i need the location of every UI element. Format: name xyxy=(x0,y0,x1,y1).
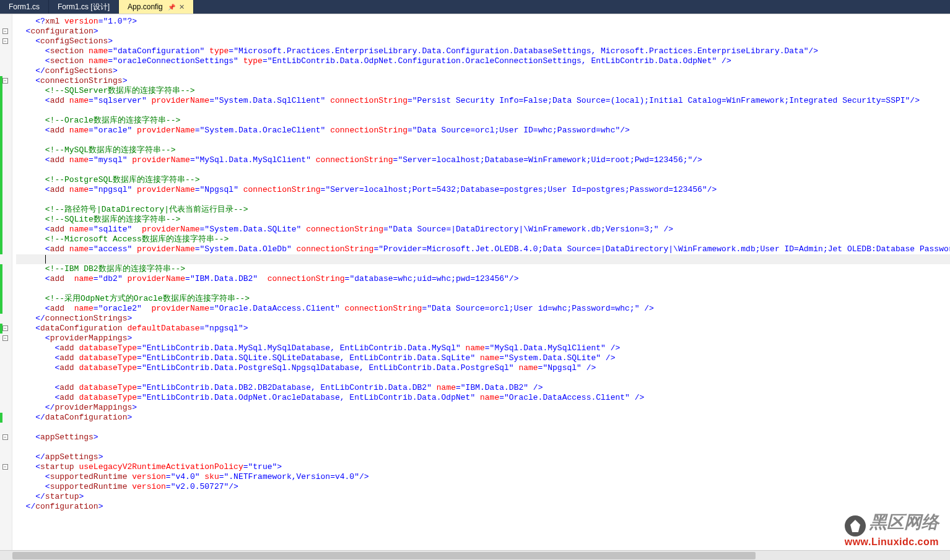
code-line[interactable]: <add name="access" providerName="System.… xyxy=(16,244,950,254)
change-marker xyxy=(0,136,2,145)
code-line[interactable]: <section name="dataConfiguration" type="… xyxy=(16,46,950,56)
code-line[interactable]: </connectionStrings> xyxy=(16,314,950,324)
horizontal-scrollbar[interactable] xyxy=(0,550,950,560)
code-line[interactable]: <section name="oracleConnectionSettings"… xyxy=(16,56,950,66)
change-marker xyxy=(0,274,2,284)
code-line[interactable] xyxy=(16,423,950,433)
code-line[interactable]: <!--Microsoft Access数据库的连接字符串--> xyxy=(16,235,950,244)
code-line[interactable]: <add name="mysql" providerName="MySql.Da… xyxy=(16,155,950,165)
tab-label: App.config xyxy=(128,2,163,11)
change-marker xyxy=(0,86,2,96)
change-marker xyxy=(0,155,2,165)
tab-app-config[interactable]: App.config 📌 ✕ xyxy=(119,0,194,14)
change-marker xyxy=(0,106,2,116)
code-line[interactable]: <add name="db2" providerName="IBM.Data.D… xyxy=(16,274,950,284)
change-marker xyxy=(0,304,2,314)
tab-label: Form1.cs xyxy=(9,2,40,11)
code-line[interactable] xyxy=(16,284,950,294)
code-line[interactable] xyxy=(16,106,950,116)
fold-toggle[interactable]: − xyxy=(2,335,8,341)
code-line[interactable]: <add databaseType="EntLibContrib.Data.DB… xyxy=(16,383,950,393)
code-line[interactable]: <add databaseType="EntLibContrib.Data.Od… xyxy=(16,393,950,403)
code-line[interactable]: <add databaseType="EntLibContrib.Data.Po… xyxy=(16,363,950,373)
code-line[interactable]: <supportedRuntime version="v2.0.50727"/> xyxy=(16,482,950,492)
code-line[interactable] xyxy=(16,165,950,175)
close-icon[interactable]: ✕ xyxy=(179,3,185,11)
change-marker xyxy=(0,284,2,294)
change-marker xyxy=(0,76,2,86)
code-line[interactable]: <connectionStrings> xyxy=(16,76,950,86)
code-line[interactable]: <!--IBM DB2数据库的连接字符串--> xyxy=(16,264,950,274)
change-marker xyxy=(0,413,2,423)
change-marker xyxy=(0,244,2,254)
scrollbar-thumb[interactable] xyxy=(12,552,756,559)
code-line[interactable]: <add name="oracle" providerName="System.… xyxy=(16,126,950,136)
fold-toggle[interactable]: − xyxy=(2,464,8,470)
fold-gutter: −−−−−−− xyxy=(0,14,12,558)
tab-bar: Form1.cs Form1.cs [设计] App.config 📌 ✕ xyxy=(0,0,950,14)
code-line[interactable]: <!--路径符号|DataDirectory|代表当前运行目录--> xyxy=(16,205,950,215)
editor: −−−−−−− <?xml version="1.0"?> <configura… xyxy=(0,14,950,558)
change-marker xyxy=(0,165,2,175)
code-line[interactable]: <!--MySQL数据库的连接字符串--> xyxy=(16,145,950,155)
change-marker xyxy=(0,116,2,126)
change-marker xyxy=(0,145,2,155)
tab-label: Form1.cs [设计] xyxy=(58,2,110,12)
code-line[interactable]: <!--SQLite数据库的连接字符串--> xyxy=(16,215,950,225)
change-marker xyxy=(0,264,2,274)
code-line[interactable] xyxy=(16,254,950,264)
code-line[interactable] xyxy=(16,136,950,145)
code-line[interactable]: <add name="sqlite" providerName="System.… xyxy=(16,225,950,235)
code-line[interactable]: <configSections> xyxy=(16,37,950,46)
code-area[interactable]: <?xml version="1.0"?> <configuration> <c… xyxy=(12,14,950,558)
fold-toggle[interactable]: − xyxy=(2,28,8,34)
code-line[interactable]: <add name="oracle2" providerName="Oracle… xyxy=(16,304,950,314)
change-marker xyxy=(0,205,2,215)
code-line[interactable]: </configSections> xyxy=(16,66,950,76)
fold-toggle[interactable]: − xyxy=(2,434,8,440)
pin-icon[interactable]: 📌 xyxy=(168,4,175,11)
change-marker xyxy=(0,225,2,235)
tab-form1-designer[interactable]: Form1.cs [设计] xyxy=(49,0,119,14)
change-marker xyxy=(0,215,2,225)
code-line[interactable]: </dataConfiguration> xyxy=(16,413,950,423)
code-line[interactable]: <add databaseType="EntLibContrib.Data.SQ… xyxy=(16,353,950,363)
code-line[interactable]: <!--采用OdpNet方式的Oracle数据库的连接字符串--> xyxy=(16,294,950,304)
code-line[interactable]: <supportedRuntime version="v4.0" sku=".N… xyxy=(16,472,950,482)
code-line[interactable]: <?xml version="1.0"?> xyxy=(16,17,950,27)
change-marker xyxy=(0,195,2,205)
change-marker xyxy=(0,235,2,244)
code-line[interactable] xyxy=(16,195,950,205)
change-marker xyxy=(0,96,2,106)
change-marker xyxy=(0,185,2,195)
code-line[interactable]: <add databaseType="EntLibContrib.Data.My… xyxy=(16,343,950,353)
code-line[interactable]: <providerMappings> xyxy=(16,334,950,343)
change-marker xyxy=(0,294,2,304)
fold-toggle[interactable]: − xyxy=(2,38,8,44)
change-marker xyxy=(0,175,2,185)
code-line[interactable]: </appSettings> xyxy=(16,452,950,462)
code-line[interactable]: <add name="sqlserver" providerName="Syst… xyxy=(16,96,950,106)
fold-toggle[interactable]: − xyxy=(2,78,8,84)
code-line[interactable]: <configuration> xyxy=(16,27,950,37)
code-line[interactable]: <appSettings> xyxy=(16,433,950,442)
fold-toggle[interactable]: − xyxy=(2,325,8,331)
code-line[interactable] xyxy=(16,373,950,383)
code-line[interactable]: </providerMappings> xyxy=(16,403,950,413)
code-line[interactable]: <!--SQLServer数据库的连接字符串--> xyxy=(16,86,950,96)
code-line[interactable]: <!--Oracle数据库的连接字符串--> xyxy=(16,116,950,126)
code-line[interactable]: <dataConfiguration defaultDatabase="npgs… xyxy=(16,324,950,334)
code-line[interactable] xyxy=(16,442,950,452)
code-line[interactable]: <startup useLegacyV2RuntimeActivationPol… xyxy=(16,462,950,472)
tab-form1-cs[interactable]: Form1.cs xyxy=(0,0,49,14)
change-marker xyxy=(0,126,2,136)
code-line[interactable]: </startup> xyxy=(16,492,950,502)
code-line[interactable]: <!--PostgreSQL数据库的连接字符串--> xyxy=(16,175,950,185)
code-line[interactable]: </configuration> xyxy=(16,502,950,512)
code-line[interactable]: <add name="npgsql" providerName="Npgsql"… xyxy=(16,185,950,195)
change-marker xyxy=(0,324,2,334)
